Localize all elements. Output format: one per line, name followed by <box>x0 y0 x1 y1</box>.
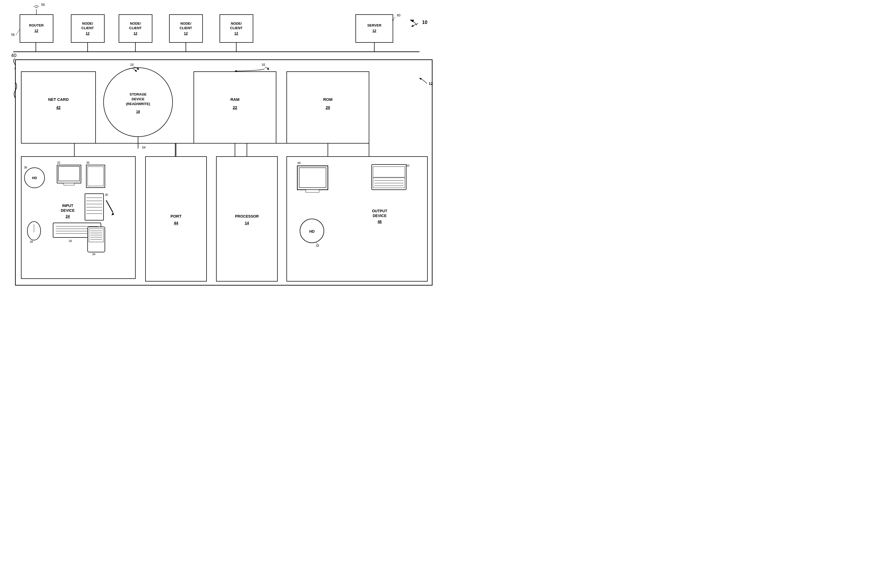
svg-rect-91 <box>216 156 277 281</box>
svg-text:DEVICE: DEVICE <box>373 214 386 218</box>
svg-text:HD: HD <box>32 176 37 180</box>
ref-26: 26 <box>69 239 72 243</box>
ref-10: 10 <box>422 20 427 25</box>
ref-60: 60 <box>397 14 401 17</box>
ref-52: 52 <box>316 244 319 247</box>
svg-text:24: 24 <box>66 214 70 218</box>
svg-rect-99 <box>299 168 326 188</box>
ref-34: 34 <box>92 253 95 256</box>
svg-text:22: 22 <box>233 105 238 110</box>
ref-30: 30 <box>105 193 108 196</box>
svg-text:12: 12 <box>373 28 376 33</box>
svg-text:NODE/: NODE/ <box>82 21 93 26</box>
svg-text:(READ/WRITE): (READ/WRITE) <box>126 102 150 106</box>
svg-text:12: 12 <box>86 31 89 35</box>
svg-rect-100 <box>306 190 319 192</box>
svg-text:NET CARD: NET CARD <box>48 97 69 102</box>
router-ref: 12 <box>35 28 38 33</box>
main-box-ref: 12 <box>429 81 433 86</box>
ref-28: 28 <box>30 240 33 243</box>
svg-text:12: 12 <box>184 31 188 35</box>
ref-16-ram: 16 <box>262 63 265 67</box>
svg-text:12: 12 <box>235 31 238 35</box>
svg-text:RAM: RAM <box>230 97 239 102</box>
svg-rect-103 <box>373 178 405 188</box>
svg-text:PORT: PORT <box>170 214 182 218</box>
svg-text:HD: HD <box>309 229 314 234</box>
svg-text:CLIENT: CLIENT <box>230 26 243 30</box>
svg-text:NODE/: NODE/ <box>130 21 141 26</box>
svg-text:SERVER: SERVER <box>367 23 382 27</box>
ref-48: 48 <box>297 161 301 165</box>
svg-text:ROM: ROM <box>323 97 333 102</box>
router-label: ROUTER <box>29 23 44 27</box>
ref-54: 54 <box>142 146 146 149</box>
svg-text:44: 44 <box>174 220 178 225</box>
svg-rect-102 <box>373 166 405 177</box>
svg-text:46: 46 <box>377 219 382 224</box>
svg-rect-61 <box>59 166 80 181</box>
svg-rect-64 <box>87 166 104 186</box>
svg-text:14: 14 <box>245 221 249 225</box>
svg-text:18: 18 <box>136 110 140 114</box>
ref-16-storage: 16 <box>130 63 134 67</box>
svg-text:DEVICE: DEVICE <box>132 97 145 101</box>
svg-text:DEVICE: DEVICE <box>61 208 75 213</box>
svg-text:42: 42 <box>56 105 61 110</box>
architecture-diagram: 10 ROUTER 12 58 56 NODE/ CLIENT 12 NODE/… <box>0 0 438 294</box>
ref-38: 38 <box>24 166 27 169</box>
svg-text:NODE/: NODE/ <box>231 21 242 26</box>
svg-rect-62 <box>64 183 74 185</box>
svg-text:CLIENT: CLIENT <box>129 26 142 30</box>
ref-58: 58 <box>41 3 45 7</box>
ref-36: 36 <box>86 161 89 164</box>
svg-text:CLIENT: CLIENT <box>180 26 192 30</box>
ref-56: 56 <box>11 33 15 37</box>
svg-text:12: 12 <box>134 31 137 35</box>
svg-text:20: 20 <box>326 105 330 110</box>
svg-text:INPUT: INPUT <box>62 204 73 208</box>
svg-text:OUTPUT: OUTPUT <box>372 209 387 213</box>
svg-text:PROCESSOR: PROCESSOR <box>235 214 259 218</box>
svg-text:STORAGE: STORAGE <box>129 92 147 96</box>
ref-32: 32 <box>57 161 60 164</box>
svg-text:NODE/: NODE/ <box>180 21 191 26</box>
ref-50: 50 <box>406 164 409 167</box>
ref-40: 40 <box>11 53 17 58</box>
svg-rect-88 <box>146 156 206 281</box>
svg-text:CLIENT: CLIENT <box>81 26 94 30</box>
